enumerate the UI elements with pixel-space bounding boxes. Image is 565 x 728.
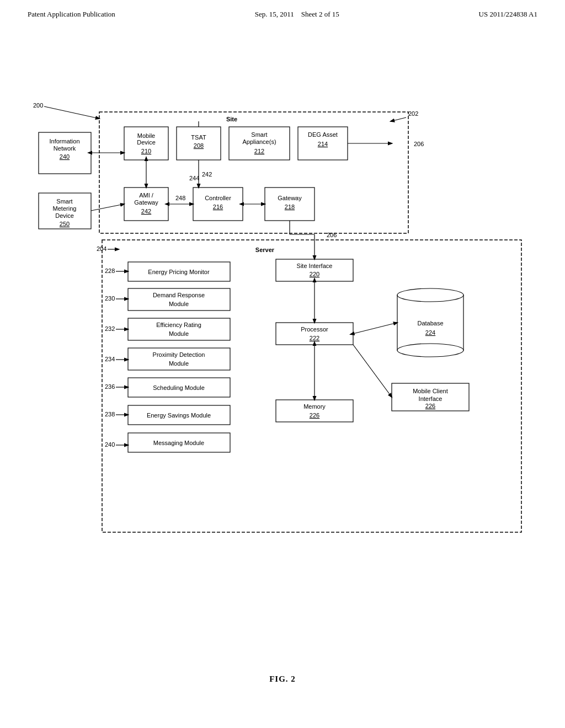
svg-text:Smart: Smart [56,198,72,205]
svg-text:222: 222 [310,335,319,341]
svg-text:Controller: Controller [205,195,231,201]
svg-text:Metering: Metering [53,205,77,212]
site-ref: 202 [408,110,418,117]
svg-text:Module: Module [169,330,189,337]
server-label: Server [255,247,275,253]
svg-text:Device: Device [55,212,74,219]
svg-text:232: 232 [105,325,115,332]
ref-204: 204 [97,245,106,252]
svg-text:Interface: Interface [419,395,443,402]
svg-text:236: 236 [105,383,115,390]
svg-text:248: 248 [175,195,185,201]
svg-text:214: 214 [318,141,328,147]
diagram-ref-200: 200 [33,102,43,109]
mobile-device-label: Mobile [137,132,155,139]
svg-text:226: 226 [425,403,435,409]
energy-savings-label: Energy Savings Module [147,412,211,419]
svg-text:210: 210 [141,148,151,154]
svg-line-2 [391,117,406,121]
svg-text:Gateway: Gateway [278,195,302,201]
svg-text:242: 242 [202,171,212,178]
header-left: Patent Application Publication [28,10,115,19]
svg-text:228: 228 [105,267,115,274]
diagram-area: 200 Site 202 Mobile Device 210 TSAT 208 … [28,83,537,579]
svg-text:Demand Response: Demand Response [153,292,205,298]
svg-text:240: 240 [105,441,115,448]
svg-line-44 [91,204,124,211]
page-header: Patent Application Publication Sep. 15, … [0,0,565,19]
scheduling-label: Scheduling Module [153,384,205,391]
svg-text:DEG Asset: DEG Asset [308,131,338,138]
header-right: US 2011/224838 A1 [479,10,537,19]
svg-point-89 [397,344,463,357]
svg-line-92 [353,323,397,334]
svg-text:Device: Device [137,139,156,146]
svg-line-0 [44,106,99,119]
svg-text:206: 206 [327,232,337,238]
svg-text:218: 218 [285,204,295,210]
svg-text:234: 234 [105,356,115,362]
svg-text:230: 230 [105,295,115,302]
svg-text:Site Interface: Site Interface [297,263,333,269]
svg-text:224: 224 [425,329,435,336]
energy-pricing-label: Energy Pricing Monitor [148,269,210,275]
site-label: Site [226,116,237,122]
svg-text:Smart: Smart [251,131,267,138]
svg-text:226: 226 [310,412,319,419]
efficiency-rating-label: Efficiency Rating [156,322,201,328]
svg-text:220: 220 [310,271,319,277]
svg-text:208: 208 [194,142,204,149]
svg-text:Appliance(s): Appliance(s) [242,138,276,145]
svg-rect-1 [99,112,408,233]
svg-text:TSAT: TSAT [191,134,206,141]
svg-text:212: 212 [254,148,264,154]
svg-text:Database: Database [417,320,443,326]
svg-text:216: 216 [213,204,223,210]
messaging-label: Messaging Module [153,440,204,446]
svg-text:Gateway: Gateway [134,199,158,206]
header-center: Sep. 15, 2011 Sheet 2 of 15 [255,10,339,19]
svg-text:Processor: Processor [301,326,328,333]
figure-caption: FIG. 2 [269,675,296,684]
diagram-svg: 200 Site 202 Mobile Device 210 TSAT 208 … [28,83,537,579]
svg-text:240: 240 [60,153,70,160]
svg-line-97 [353,345,392,397]
proximity-detection-label: Proximity Detection [153,351,205,358]
svg-text:238: 238 [105,411,115,417]
svg-text:Module: Module [169,301,189,307]
svg-point-88 [397,288,463,302]
svg-text:250: 250 [60,221,70,227]
server-ref: 206 [414,141,424,147]
svg-text:Network: Network [54,145,76,152]
info-network-label: Information [49,138,79,144]
svg-text:242: 242 [141,208,151,215]
svg-text:AMI /: AMI / [139,192,154,199]
svg-text:244: 244 [189,175,199,181]
svg-text:Mobile Client: Mobile Client [413,388,448,394]
svg-text:Memory: Memory [303,403,326,410]
svg-text:Module: Module [169,360,189,367]
